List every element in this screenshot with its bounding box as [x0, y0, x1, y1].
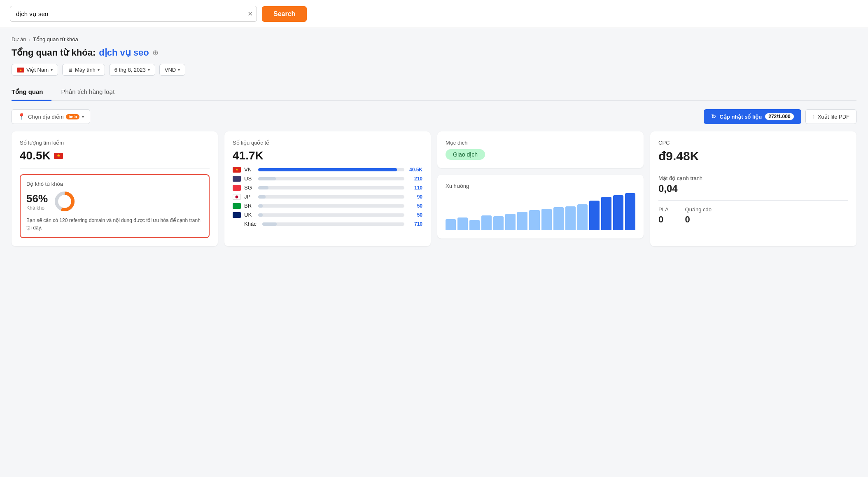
location-chevron-icon: ▾	[82, 115, 84, 119]
purpose-badge: Giao dịch	[446, 149, 485, 160]
pla-item: PLA 0	[658, 206, 669, 225]
search-button[interactable]: Search	[262, 6, 307, 22]
search-volume-card: Số lượng tìm kiếm 40.5K ★ Độ khó từ khóa…	[12, 131, 218, 246]
sg-flag	[233, 185, 241, 191]
cpc-label: CPC	[658, 140, 848, 146]
tab-overview[interactable]: Tổng quan	[12, 84, 51, 101]
clear-button[interactable]: ✕	[247, 11, 253, 17]
br-flag	[233, 203, 241, 209]
us-flag	[233, 176, 241, 182]
pla-ads-row: PLA 0 Quảng cáo 0	[658, 206, 848, 225]
purpose-trend-column: Mục đích Giao dịch Xu hướng	[437, 131, 644, 246]
tab-bulk-analysis[interactable]: Phân tích hàng loạt	[61, 84, 123, 101]
trend-bar-2	[457, 217, 468, 231]
action-buttons: ↻ Cập nhật số liệu 272/1.000 ↑ Xuất file…	[704, 109, 856, 124]
main-content: Dự án › Tổng quan từ khóa Tổng quan từ k…	[0, 28, 868, 477]
export-button[interactable]: ↑ Xuất file PDF	[805, 109, 856, 124]
uk-bar-fill	[258, 213, 263, 217]
br-bar-track	[258, 204, 404, 208]
currency-filter[interactable]: VND ▾	[159, 64, 185, 76]
uk-code: UK	[244, 212, 255, 218]
br-bar-fill	[258, 204, 263, 208]
intl-row-jp: JP 90	[233, 194, 422, 200]
device-chevron-icon: ▾	[98, 68, 100, 72]
density-value: 0,04	[658, 183, 848, 194]
vn-bar-fill	[258, 168, 397, 171]
location-button[interactable]: 📍 Chọn địa điểm beta ▾	[12, 109, 90, 124]
trend-bar-9	[541, 209, 552, 230]
difficulty-row: 56% Khá khó	[26, 190, 203, 213]
breadcrumb-separator: ›	[28, 36, 30, 42]
update-count-badge: 272/1.000	[765, 113, 793, 120]
metrics-divider-2	[658, 200, 848, 201]
trend-bar-8	[529, 210, 539, 231]
jp-code: JP	[244, 194, 255, 200]
intl-label: Số liệu quốc tế	[233, 140, 422, 146]
trend-bar-11	[565, 206, 576, 231]
trend-bar-5	[493, 216, 504, 230]
trend-bar-10	[553, 207, 564, 230]
sg-bar-fill	[258, 186, 268, 189]
difficulty-description: Bạn sẽ cần có 120 referring domain và nộ…	[26, 217, 203, 231]
difficulty-card: Độ khó từ khóa 56% Khá khó	[20, 174, 210, 238]
update-button[interactable]: ↻ Cập nhật số liệu 272/1.000	[704, 109, 801, 124]
trend-chart	[446, 193, 635, 230]
cards-grid: Số lượng tìm kiếm 40.5K ★ Độ khó từ khóa…	[12, 131, 856, 246]
date-label: 6 thg 8, 2023	[114, 67, 146, 73]
action-row: 📍 Chọn địa điểm beta ▾ ↻ Cập nhật số liệ…	[12, 109, 856, 124]
breadcrumb-parent[interactable]: Dự án	[12, 36, 26, 42]
device-filter[interactable]: 🖥 Máy tính ▾	[62, 64, 105, 76]
trend-bar-3	[469, 220, 480, 230]
density-label: Mật độ cạnh tranh	[658, 175, 848, 181]
jp-count: 90	[408, 194, 422, 200]
us-bar-fill	[258, 177, 276, 180]
trend-card: Xu hướng	[437, 175, 644, 238]
breadcrumb: Dự án › Tổng quan từ khóa	[12, 36, 856, 42]
search-input-wrap: ✕	[10, 6, 257, 22]
ads-item: Quảng cáo 0	[685, 206, 712, 225]
search-input[interactable]	[10, 6, 257, 22]
intl-row-us: US 210	[233, 175, 422, 182]
add-keyword-button[interactable]: ⊕	[152, 48, 159, 57]
difficulty-label: Độ khó từ khóa	[26, 181, 203, 187]
br-count: 50	[408, 203, 422, 209]
pla-label: PLA	[658, 206, 669, 213]
intl-row-vn: ★ VN 40.5K	[233, 166, 422, 173]
trend-bar-15	[613, 195, 623, 231]
vn-bar-track	[258, 168, 404, 171]
vn-flag: ★	[233, 167, 241, 173]
sg-count: 110	[408, 185, 422, 191]
location-label: Chọn địa điểm	[28, 114, 63, 120]
country-label: Việt Nam	[26, 67, 49, 73]
device-label: Máy tính	[75, 67, 96, 73]
intl-row-sg: SG 110	[233, 185, 422, 191]
sg-code: SG	[244, 185, 255, 191]
other-bar-fill	[262, 222, 277, 226]
uk-bar-track	[258, 213, 404, 217]
intl-row-uk: UK 50	[233, 212, 422, 218]
cpc-value: đ9.48K	[658, 149, 848, 163]
br-code: BR	[244, 203, 255, 209]
pla-value: 0	[658, 214, 669, 225]
trend-bar-6	[505, 214, 516, 231]
vn-flag-small: ★	[54, 153, 63, 159]
country-filter[interactable]: ★ Việt Nam ▾	[12, 64, 58, 76]
tabs: Tổng quan Phân tích hàng loạt	[12, 84, 856, 101]
refresh-icon: ↻	[711, 113, 716, 120]
us-bar-track	[258, 177, 404, 180]
desktop-icon: 🖥	[68, 67, 73, 73]
filter-row: ★ Việt Nam ▾ 🖥 Máy tính ▾ 6 thg 8, 2023 …	[12, 64, 856, 76]
vn-count: 40.5K	[408, 167, 422, 173]
search-bar: ✕ Search	[0, 0, 868, 28]
trend-bar-1	[446, 219, 456, 230]
trend-bar-7	[517, 212, 527, 230]
vn-code: VN	[244, 166, 255, 173]
date-filter[interactable]: 6 thg 8, 2023 ▾	[109, 64, 155, 76]
intl-row-other: Khác 710	[233, 221, 422, 227]
other-bar-track	[262, 222, 404, 226]
export-icon: ↑	[812, 113, 815, 120]
trend-bar-14	[601, 197, 611, 230]
us-code: US	[244, 175, 255, 182]
purpose-card: Mục đích Giao dịch	[437, 131, 644, 168]
trend-bar-4	[481, 215, 492, 230]
